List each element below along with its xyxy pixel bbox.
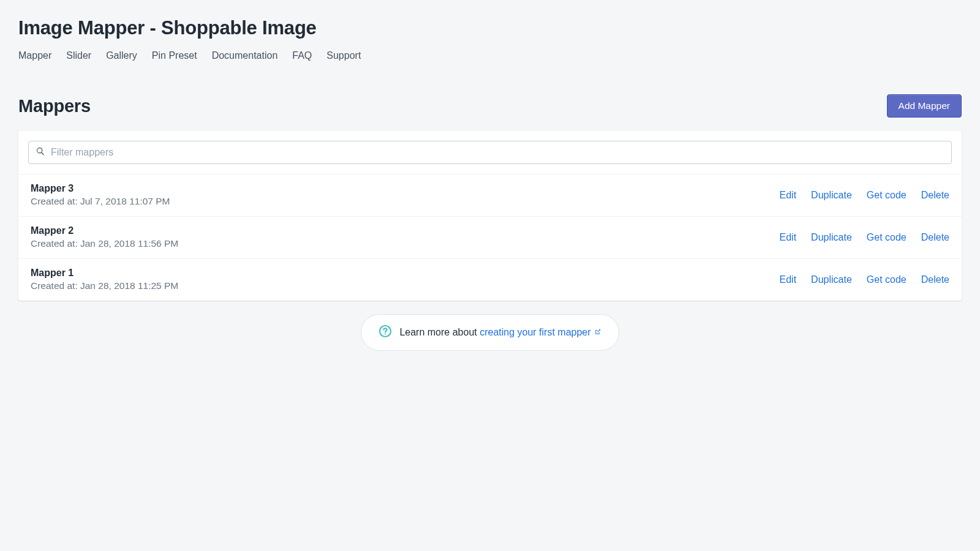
app-title: Image Mapper - Shoppable Image [18, 17, 962, 39]
nav-item-faq[interactable]: FAQ [292, 50, 312, 61]
nav-item-support[interactable]: Support [326, 50, 361, 61]
nav-item-documentation[interactable]: Documentation [212, 50, 278, 61]
mappers-list: Mapper 3 Created at: Jul 7, 2018 11:07 P… [18, 174, 962, 301]
get-code-link[interactable]: Get code [867, 190, 907, 201]
mapper-created: Created at: Jan 28, 2018 11:25 PM [31, 280, 178, 291]
nav-item-pin-preset[interactable]: Pin Preset [152, 50, 197, 61]
svg-point-1 [385, 334, 386, 335]
duplicate-link[interactable]: Duplicate [811, 274, 852, 285]
delete-link[interactable]: Delete [921, 190, 949, 201]
delete-link[interactable]: Delete [921, 232, 949, 243]
nav-item-slider[interactable]: Slider [66, 50, 91, 61]
filter-field[interactable] [28, 141, 952, 164]
delete-link[interactable]: Delete [921, 274, 949, 285]
edit-link[interactable]: Edit [780, 190, 797, 201]
list-item: Mapper 1 Created at: Jan 28, 2018 11:25 … [18, 258, 962, 301]
list-item: Mapper 3 Created at: Jul 7, 2018 11:07 P… [18, 174, 962, 216]
page-title: Mappers [18, 96, 91, 116]
mappers-card: Mapper 3 Created at: Jul 7, 2018 11:07 P… [18, 131, 962, 301]
help-prefix: Learn more about [399, 327, 480, 337]
search-icon [35, 146, 46, 159]
mapper-name: Mapper 2 [31, 225, 178, 236]
help-link[interactable]: creating your first mapper [480, 327, 601, 337]
filter-input[interactable] [51, 147, 945, 158]
nav-item-gallery[interactable]: Gallery [106, 50, 137, 61]
edit-link[interactable]: Edit [780, 232, 797, 243]
get-code-link[interactable]: Get code [867, 274, 907, 285]
get-code-link[interactable]: Get code [867, 232, 907, 243]
add-mapper-button[interactable]: Add Mapper [887, 94, 962, 118]
nav-item-mapper[interactable]: Mapper [18, 50, 51, 61]
edit-link[interactable]: Edit [780, 274, 797, 285]
mapper-created: Created at: Jan 28, 2018 11:56 PM [31, 238, 178, 249]
main-nav: Mapper Slider Gallery Pin Preset Documen… [18, 50, 962, 61]
duplicate-link[interactable]: Duplicate [811, 232, 852, 243]
external-link-icon [594, 328, 601, 336]
help-link-text: creating your first mapper [480, 327, 590, 337]
list-item: Mapper 2 Created at: Jan 28, 2018 11:56 … [18, 216, 962, 258]
mapper-name: Mapper 1 [31, 268, 178, 279]
help-icon [379, 324, 392, 340]
mapper-name: Mapper 3 [31, 183, 170, 194]
help-callout: Learn more about creating your first map… [361, 314, 619, 351]
duplicate-link[interactable]: Duplicate [811, 190, 852, 201]
mapper-created: Created at: Jul 7, 2018 11:07 PM [31, 196, 170, 207]
help-text: Learn more about creating your first map… [399, 327, 601, 338]
